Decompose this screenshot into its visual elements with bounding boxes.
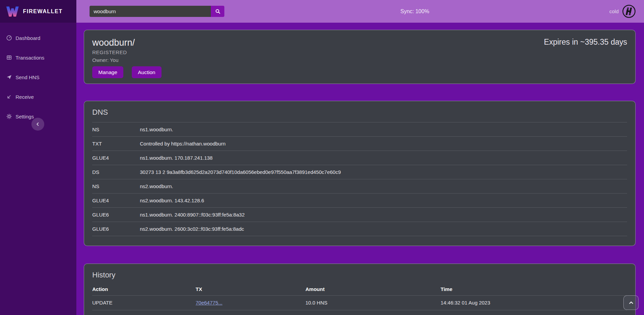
sidebar-item-label: Send HNS [16, 74, 40, 80]
sidebar-item-dashboard[interactable]: Dashboard [0, 32, 76, 44]
domain-status: REGISTERED [92, 49, 627, 55]
dns-record-row: GLUE4 ns2.woodburn. 143.42.128.6 [92, 193, 627, 207]
sidebar-collapse-button[interactable] [31, 118, 44, 131]
dns-record-value: Controlled by https://nathan.woodburn [140, 140, 627, 147]
history-time: 14:46:32 01 Aug 2023 [441, 299, 627, 306]
brand-name: FIREWALLET [23, 8, 63, 15]
settings-gear-icon [6, 113, 12, 119]
tx-link[interactable]: 70e64775... [196, 300, 222, 306]
sync-status: Sync: 100% [400, 0, 429, 23]
chevron-up-icon [628, 300, 634, 306]
dns-record-row: TXT Controlled by https://nathan.woodbur… [92, 136, 627, 151]
transactions-table-icon [6, 54, 12, 61]
domain-actions: Manage Auction [92, 66, 627, 78]
dns-record-row: GLUE4 ns1.woodburn. 170.187.241.138 [92, 151, 627, 165]
main-area: Sync: 100% cold [76, 0, 644, 315]
dns-table: NS ns1.woodburn. TXT Controlled by https… [92, 122, 627, 236]
receive-arrow-icon [6, 94, 12, 100]
history-col-action: Action [92, 286, 196, 292]
history-title: History [92, 271, 627, 279]
dns-record-row: DS 30273 13 2 9a3a8fb3d625d2a2073d740f10… [92, 165, 627, 179]
dns-record-value: ns2.woodburn. 2600:3c02::f03c:93ff:fe5a:… [140, 226, 627, 232]
sidebar-item-label: Settings [16, 114, 34, 119]
history-col-tx: TX [196, 286, 305, 292]
dns-record-type: GLUE6 [92, 211, 140, 218]
dns-record-type: DS [92, 169, 140, 175]
dns-record-row: NS ns1.woodburn. [92, 122, 627, 136]
history-card: History Action TX Amount Time UPDATE 70e… [84, 264, 636, 315]
search-icon [215, 8, 221, 14]
firewallet-logo-icon [5, 5, 20, 18]
domain-owner: Owner: You [92, 57, 627, 63]
wallet-name: cold [609, 8, 619, 14]
domain-expiry: Expires in ~395.35 days [544, 38, 627, 47]
history-row: UPDATE 70e64775... 10.0 HNS 14:46:32 01 … [92, 295, 627, 310]
handshake-logo-icon[interactable] [622, 4, 636, 18]
sidebar-item-label: Transactions [16, 55, 44, 61]
page-content: woodburn/ REGISTERED Owner: You Manage A… [76, 23, 644, 315]
dns-record-value: 30273 13 2 9a3a8fb3d625d2a2073d740f10da6… [140, 169, 627, 175]
manage-button[interactable]: Manage [92, 66, 123, 78]
history-col-amount: Amount [305, 286, 441, 292]
dns-record-row: GLUE6 ns2.woodburn. 2600:3c02::f03c:93ff… [92, 222, 627, 236]
sidebar-item-label: Dashboard [16, 35, 40, 41]
dns-record-value: ns1.woodburn. [140, 126, 627, 133]
scroll-to-top-button[interactable] [623, 295, 639, 310]
dns-record-type: NS [92, 126, 140, 133]
search-input[interactable] [90, 6, 211, 17]
chevron-left-icon [35, 121, 41, 127]
dns-record-row: NS ns2.woodburn. [92, 179, 627, 193]
history-col-time: Time [441, 286, 627, 292]
history-amount: 10.0 HNS [305, 299, 441, 306]
wallet-selector[interactable]: cold [609, 0, 636, 23]
sidebar: FIREWALLET Dashboard Transactions [0, 0, 76, 315]
dns-title: DNS [92, 108, 627, 117]
history-header-row: Action TX Amount Time [92, 286, 627, 295]
dns-record-type: GLUE4 [92, 155, 140, 161]
dns-record-row: GLUE6 ns1.woodburn. 2400:8907::f03c:93ff… [92, 207, 627, 222]
history-table: Action TX Amount Time UPDATE 70e64775...… [92, 286, 627, 315]
sidebar-item-receive[interactable]: Receive [0, 91, 76, 103]
dns-record-type: NS [92, 183, 140, 189]
history-row: RENEW d79c5e1... 10.0 HNS 15:47:06 07 Ju… [92, 310, 627, 315]
auction-button[interactable]: Auction [132, 66, 162, 78]
firewallet-app: FIREWALLET Dashboard Transactions [0, 0, 644, 315]
dns-record-type: GLUE4 [92, 197, 140, 204]
domain-search [90, 6, 224, 17]
dns-record-type: TXT [92, 140, 140, 147]
send-plane-icon [6, 74, 12, 80]
topbar: Sync: 100% cold [76, 0, 644, 23]
dns-record-value: ns2.woodburn. [140, 183, 627, 189]
history-action: UPDATE [92, 299, 196, 306]
sidebar-header: FIREWALLET [0, 0, 76, 23]
domain-summary-card: woodburn/ REGISTERED Owner: You Manage A… [84, 30, 636, 84]
dns-record-value: ns2.woodburn. 143.42.128.6 [140, 197, 627, 204]
sidebar-nav: Dashboard Transactions Send HNS [0, 23, 76, 122]
dns-record-type: GLUE6 [92, 226, 140, 232]
sidebar-item-label: Receive [16, 94, 34, 100]
dns-card: DNS NS ns1.woodburn. TXT Controlled by h… [84, 101, 636, 246]
search-button[interactable] [211, 6, 224, 17]
dashboard-gauge-icon [6, 35, 12, 41]
sidebar-item-send-hns[interactable]: Send HNS [0, 71, 76, 83]
sidebar-item-transactions[interactable]: Transactions [0, 52, 76, 63]
dns-record-value: ns1.woodburn. 170.187.241.138 [140, 155, 627, 161]
dns-record-value: ns1.woodburn. 2400:8907::f03c:93ff:fe5a:… [140, 211, 627, 218]
